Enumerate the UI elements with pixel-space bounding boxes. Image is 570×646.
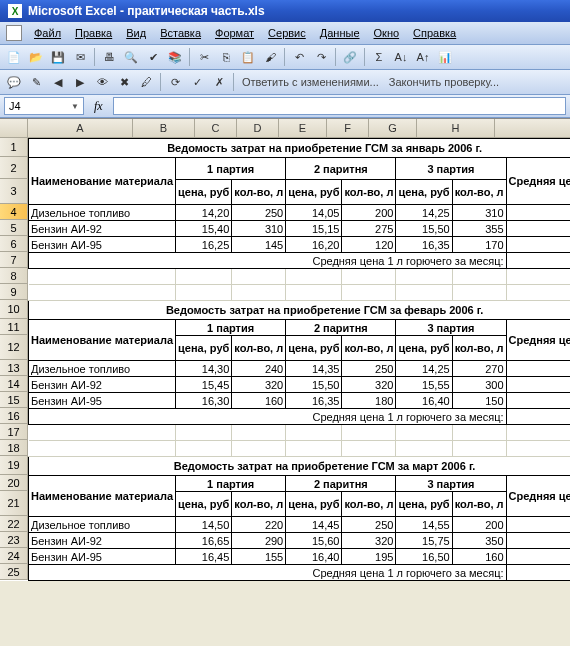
cell[interactable]: 300	[452, 377, 506, 393]
row-header-13[interactable]: 13	[0, 360, 28, 376]
cell[interactable]: 250	[232, 205, 286, 221]
row-header-3[interactable]: 3	[0, 179, 28, 204]
cell[interactable]: 1 партия	[176, 158, 286, 180]
cell[interactable]: Средняя цена 1 л горючего за месяц:	[29, 409, 507, 425]
cell[interactable]	[232, 425, 286, 441]
spell-icon[interactable]: ✔	[143, 47, 163, 67]
col-header-G[interactable]: G	[369, 119, 417, 137]
cell[interactable]: Средняя цена за 1 л	[506, 320, 570, 361]
cut-icon[interactable]: ✂	[194, 47, 214, 67]
row-header-22[interactable]: 22	[0, 516, 28, 532]
cell[interactable]: кол-во, л	[342, 492, 396, 517]
cell[interactable]: цена, руб	[176, 492, 232, 517]
cell[interactable]: 350	[452, 533, 506, 549]
row-header-19[interactable]: 19	[0, 456, 28, 475]
cell[interactable]: Бензин АИ-95	[29, 549, 176, 565]
row-header-7[interactable]: 7	[0, 252, 28, 268]
cell[interactable]: 170	[452, 237, 506, 253]
cell[interactable]	[286, 269, 342, 285]
cell[interactable]	[506, 441, 570, 457]
cell[interactable]: цена, руб	[286, 492, 342, 517]
cell[interactable]: 155	[232, 549, 286, 565]
col-header-H[interactable]: H	[417, 119, 495, 137]
row-header-16[interactable]: 16	[0, 408, 28, 424]
cell[interactable]: 240	[232, 361, 286, 377]
next-comment-icon[interactable]: ▶	[70, 72, 90, 92]
cell[interactable]	[342, 269, 396, 285]
paste-icon[interactable]: 📋	[238, 47, 258, 67]
cell[interactable]: 160	[452, 549, 506, 565]
row-header-23[interactable]: 23	[0, 532, 28, 548]
row-header-18[interactable]: 18	[0, 440, 28, 456]
col-header-D[interactable]: D	[237, 119, 279, 137]
cell[interactable]: 270	[452, 361, 506, 377]
row-header-15[interactable]: 15	[0, 392, 28, 408]
row-header-17[interactable]: 17	[0, 424, 28, 440]
cell[interactable]: 15,46	[506, 565, 570, 581]
cell[interactable]: 15,36	[506, 221, 570, 237]
cell[interactable]: Средняя цена за 1 л	[506, 158, 570, 205]
cell[interactable]: 200	[452, 517, 506, 533]
cell[interactable]: 145	[232, 237, 286, 253]
cell[interactable]	[286, 285, 342, 301]
cell[interactable]	[176, 269, 232, 285]
preview-icon[interactable]: 🔍	[121, 47, 141, 67]
cell[interactable]: кол-во, л	[342, 180, 396, 205]
cell[interactable]: Дизельное топливо	[29, 517, 176, 533]
cell[interactable]	[452, 269, 506, 285]
autosum-icon[interactable]: Σ	[369, 47, 389, 67]
print-icon[interactable]: 🖶	[99, 47, 119, 67]
cell[interactable]	[286, 441, 342, 457]
cell[interactable]	[342, 425, 396, 441]
cell[interactable]: 16,44	[506, 549, 570, 565]
cell[interactable]	[396, 425, 452, 441]
cell[interactable]: 15,15	[506, 253, 570, 269]
cell[interactable]: 14,20	[176, 205, 232, 221]
fx-icon[interactable]: fx	[88, 99, 109, 114]
row-header-4[interactable]: 4	[0, 204, 28, 220]
row-header-6[interactable]: 6	[0, 236, 28, 252]
menu-help[interactable]: Справка	[407, 25, 462, 41]
cell[interactable]	[29, 269, 176, 285]
research-icon[interactable]: 📚	[165, 47, 185, 67]
cell[interactable]	[342, 285, 396, 301]
col-header-A[interactable]: A	[28, 119, 133, 137]
cell[interactable]: 355	[452, 221, 506, 237]
chart-icon[interactable]: 📊	[435, 47, 455, 67]
cell[interactable]: 250	[342, 361, 396, 377]
cell[interactable]: 3 партия	[396, 476, 506, 492]
cell[interactable]: 16,28	[506, 237, 570, 253]
cell[interactable]: 15,50	[286, 377, 342, 393]
cell[interactable]: 15,66	[506, 533, 570, 549]
row-header-12[interactable]: 12	[0, 335, 28, 360]
cell[interactable]: Ведомость затрат на приобретение ГСМ за …	[29, 139, 571, 158]
select-all-corner[interactable]	[0, 119, 28, 137]
cell[interactable]	[176, 285, 232, 301]
row-header-8[interactable]: 8	[0, 268, 28, 284]
cell[interactable]: 15,40	[176, 221, 232, 237]
copy-icon[interactable]: ⎘	[216, 47, 236, 67]
cell[interactable]: 15,75	[396, 533, 452, 549]
cell[interactable]: кол-во, л	[452, 336, 506, 361]
comment-icon[interactable]: 💬	[4, 72, 24, 92]
cell[interactable]: кол-во, л	[232, 180, 286, 205]
cell[interactable]: 320	[342, 377, 396, 393]
cell[interactable]: 15,27	[506, 409, 570, 425]
undo-icon[interactable]: ↶	[289, 47, 309, 67]
cell[interactable]: 15,15	[286, 221, 342, 237]
cell[interactable]: 16,40	[286, 549, 342, 565]
cell[interactable]: Бензин АИ-95	[29, 393, 176, 409]
cell[interactable]: 15,50	[396, 221, 452, 237]
format-painter-icon[interactable]: 🖌	[260, 47, 280, 67]
cell[interactable]: Бензин АИ-92	[29, 377, 176, 393]
row-header-9[interactable]: 9	[0, 284, 28, 300]
cell[interactable]: цена, руб	[176, 180, 232, 205]
cell[interactable]: цена, руб	[176, 336, 232, 361]
cell[interactable]: 15,55	[396, 377, 452, 393]
show-comment-icon[interactable]: 👁	[92, 72, 112, 92]
cell[interactable]	[396, 441, 452, 457]
cell[interactable]	[29, 441, 176, 457]
col-header-C[interactable]: C	[195, 119, 237, 137]
menu-data[interactable]: Данные	[314, 25, 366, 41]
cell[interactable]: 1 партия	[176, 476, 286, 492]
